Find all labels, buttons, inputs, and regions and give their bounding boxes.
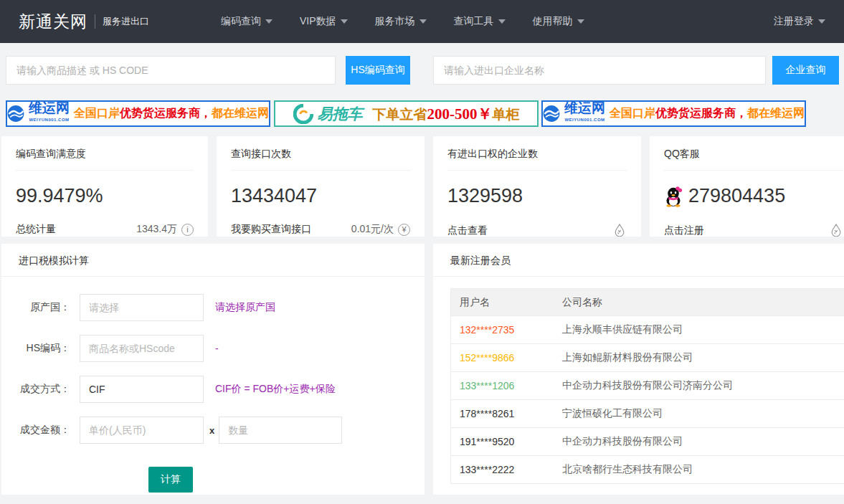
stat-card-api-calls: 查询接口次数 13434047 我要购买查询接口 0.01元/次¥	[217, 136, 425, 237]
member-company: 北京啥都行生态科技有限公司	[562, 463, 844, 476]
info-icon: i	[181, 224, 194, 236]
table-row: 133****2222 北京啥都行生态科技有限公司	[451, 456, 844, 484]
member-username: 152****9866	[451, 352, 562, 363]
weiyun-ad-text: 全国口岸优势货运服务商，都在维运网	[74, 106, 269, 121]
weiyun-logo-icon	[7, 104, 24, 123]
company-search-input[interactable]	[433, 56, 766, 85]
stat-card-value: 13434047	[231, 185, 410, 207]
chevron-down-icon	[498, 19, 506, 24]
chevron-down-icon	[818, 19, 825, 24]
weiyun-ad-banner[interactable]: 维运网WEIYUN001.COM 全国口岸优势货运服务商，都在维运网	[6, 100, 270, 127]
yituoche-logo-icon	[293, 104, 313, 124]
nav-item-label: 查询工具	[454, 15, 494, 28]
stat-footer-value: 1343.4万	[136, 223, 177, 236]
member-company: 上海如鲲新材料股份有限公司	[562, 351, 844, 364]
member-company: 宁波恒硕化工有限公司	[562, 407, 844, 420]
chevron-down-icon	[265, 19, 272, 24]
hs-code-search-button[interactable]: HS编码查询	[346, 56, 410, 85]
nav-item-service-market[interactable]: 服务市场	[375, 15, 427, 28]
stat-card-footer-link[interactable]: 点击注册	[664, 224, 704, 237]
chevron-down-icon	[577, 19, 584, 24]
trade-method-row: 成交方式： CIF价 = FOB价+运费+保险	[1, 376, 425, 403]
flame-icon	[612, 223, 627, 237]
stat-card-value: 99.9479%	[16, 185, 194, 207]
member-username: 133****2222	[451, 464, 562, 475]
unit-price-field[interactable]	[80, 417, 204, 444]
stat-card-satisfaction: 编码查询满意度 99.9479% 总统计量 1343.4万i	[1, 136, 208, 237]
origin-country-row: 原产国： 请选择原产国	[1, 294, 425, 321]
company-search-button[interactable]: 企业查询	[772, 56, 839, 85]
username-column-header: 用户名	[451, 296, 562, 309]
origin-country-select[interactable]	[80, 294, 204, 321]
table-row: 132****2735 上海永顺丰供应链有限公司	[451, 316, 844, 344]
company-column-header: 公司名称	[562, 296, 844, 309]
hs-code-search-input[interactable]	[6, 56, 336, 85]
nav-item-label: 编码查询	[221, 15, 261, 28]
nav-item-help[interactable]: 使用帮助	[533, 15, 584, 28]
members-panel-title: 最新注册会员	[433, 244, 844, 277]
hs-code-label: HS编码：	[1, 342, 70, 355]
origin-country-hint: 请选择原产国	[215, 301, 275, 314]
register-login-menu[interactable]: 注册登录	[774, 15, 825, 28]
logo-text: 新通关网	[19, 11, 87, 33]
weiyun-ad-text: 全国口岸优势货运服务商，都在维运网	[610, 106, 805, 121]
hs-code-hint: -	[215, 343, 219, 354]
weiyun-ad-banner-2[interactable]: 维运网WEIYUN001.COM 全国口岸优势货运服务商，都在维运网	[541, 100, 806, 127]
trade-method-label: 成交方式：	[1, 383, 70, 396]
stat-card-title: QQ客服	[664, 148, 843, 171]
member-username: 191****9520	[451, 436, 562, 447]
weiyun-logo-icon	[543, 104, 560, 123]
member-company: 中企动力科技股份有限公司济南分公司	[562, 379, 844, 392]
latest-members-panel: 最新注册会员 用户名 公司名称 132****2735 上海永顺丰供应链有限公司…	[433, 244, 844, 495]
calculator-panel-title: 进口税模拟计算	[1, 244, 425, 277]
quantity-field[interactable]	[219, 417, 342, 444]
member-username: 132****2735	[451, 324, 562, 336]
weiyun-logo-text: 维运网WEIYUN001.COM	[29, 103, 70, 125]
stat-card-footer-link[interactable]: 总统计量	[16, 223, 56, 236]
logo[interactable]: 新通关网 服务进出口	[19, 11, 149, 33]
chevron-down-icon	[341, 19, 348, 24]
member-company: 上海永顺丰供应链有限公司	[562, 323, 844, 336]
nav-item-label: 服务市场	[375, 15, 415, 28]
trade-amount-label: 成交金额：	[1, 424, 70, 437]
hs-code-field[interactable]	[80, 335, 204, 362]
table-row: 152****9866 上海如鲲新材料股份有限公司	[451, 344, 844, 372]
nav-item-code-query[interactable]: 编码查询	[221, 15, 272, 28]
nav-item-query-tools[interactable]: 查询工具	[454, 15, 506, 28]
import-tax-calculator-panel: 进口税模拟计算 原产国： 请选择原产国 HS编码： - 成交方式： CIF价 =…	[1, 244, 425, 495]
stat-card-title: 查询接口次数	[231, 148, 410, 171]
flame-icon	[829, 223, 843, 237]
members-table: 用户名 公司名称 132****2735 上海永顺丰供应链有限公司 152***…	[450, 288, 844, 484]
stat-card-footer-link[interactable]: 我要购买查询接口	[231, 223, 311, 236]
yituoche-ad-banner[interactable]: 易拖车 下单立省200-500￥单柜	[274, 100, 539, 127]
table-row: 133****1206 中企动力科技股份有限公司济南分公司	[451, 372, 844, 400]
top-nav: 新通关网 服务进出口 编码查询 VIP数据 服务市场 查询工具 使用帮助 注册登…	[0, 0, 844, 43]
hs-code-row: HS编码： -	[1, 335, 425, 362]
search-section: HS编码查询 企业查询	[0, 43, 844, 100]
nav-item-label: 使用帮助	[533, 15, 573, 28]
stat-card-title: 有进出口权的企业数	[447, 148, 627, 171]
member-company: 中企动力科技股份有限公司	[562, 435, 844, 448]
yituoche-ad-text: 下单立省200-500￥单柜	[373, 104, 520, 124]
ad-banners: 维运网WEIYUN001.COM 全国口岸优势货运服务商，都在维运网 易拖车 下…	[0, 100, 844, 128]
member-username: 178****8261	[451, 408, 562, 419]
calculate-button[interactable]: 计算	[148, 467, 193, 493]
stat-card-value: 279804435	[688, 185, 785, 207]
chevron-down-icon	[419, 19, 427, 24]
stat-card-qq-service: QQ客服 279804435 点击注册	[650, 136, 844, 237]
multiply-sign: x	[209, 425, 214, 436]
logo-divider	[95, 14, 95, 29]
qq-penguin-icon	[664, 186, 683, 207]
register-login-label: 注册登录	[774, 15, 814, 28]
stat-footer-value: 0.01元/次	[351, 223, 394, 236]
trade-method-hint: CIF价 = FOB价+运费+保险	[215, 383, 336, 396]
yen-icon: ¥	[398, 224, 410, 236]
table-row: 191****9520 中企动力科技股份有限公司	[451, 428, 844, 456]
stat-card-footer-link[interactable]: 点击查看	[447, 224, 488, 237]
stat-card-companies: 有进出口权的企业数 1329598 点击查看	[433, 136, 641, 237]
member-username: 133****1206	[451, 380, 562, 391]
nav-item-vip-data[interactable]: VIP数据	[300, 15, 348, 28]
trade-method-select[interactable]	[80, 376, 204, 403]
origin-country-label: 原产国：	[1, 301, 70, 314]
stat-card-value: 1329598	[447, 185, 627, 207]
